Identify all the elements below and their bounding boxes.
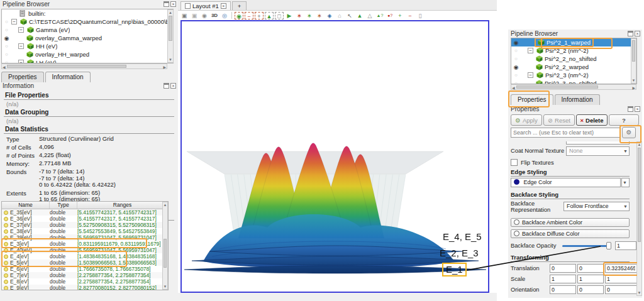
scroll-down-icon[interactable]: ▼ xyxy=(631,78,636,83)
table-row-e-8-ev[interactable]: E_8[eV]double[2.2758877354, 2.2758877354… xyxy=(2,278,168,285)
pipeline-item-gamma-ev[interactable]: ○−Gamma (eV) xyxy=(2,26,173,34)
close-icon[interactable]: × xyxy=(635,31,640,36)
pipeline-item-overlay-gamma-warped[interactable]: ◉overlay_Gamma_warped xyxy=(2,34,173,42)
hide-center-icon[interactable]: − xyxy=(245,12,253,19)
expander-icon[interactable]: − xyxy=(528,48,533,53)
select-frustum-icon[interactable]: ∗ xyxy=(315,12,324,19)
pipeline-item-builtin[interactable]: builtin: xyxy=(2,9,173,18)
rubber-band-select-icon[interactable]: ▶ xyxy=(285,12,294,19)
column-header-ranges[interactable]: Ranges xyxy=(77,202,168,209)
select-points-icon[interactable]: ∗ xyxy=(295,12,304,19)
scroll-down-icon[interactable]: ▼ xyxy=(168,57,173,62)
visibility-on-icon[interactable]: ◉ xyxy=(511,40,521,46)
trash-icon[interactable]: ▯ xyxy=(416,12,425,19)
scroll-down-icon[interactable]: ▼ xyxy=(637,290,641,295)
orientation-y-input[interactable] xyxy=(577,285,604,294)
visibility-off-icon[interactable]: ○ xyxy=(511,48,521,53)
expander-icon[interactable]: − xyxy=(528,72,533,78)
scroll-right-icon[interactable]: ▶ xyxy=(632,85,635,90)
reset-center-icon[interactable]: ▲ xyxy=(265,12,274,19)
select-block-icon[interactable]: ◈ xyxy=(325,12,334,19)
zoom-to-data-icon[interactable]: ◎ xyxy=(220,12,229,19)
close-icon[interactable]: × xyxy=(170,1,176,7)
right-tree-hscrollbar[interactable]: ◀ ▶ xyxy=(511,84,636,90)
backface-representation-select[interactable]: Follow Frontface▼ xyxy=(564,202,630,211)
query-points-icon[interactable]: ●? xyxy=(386,12,394,19)
translation-y-input[interactable] xyxy=(577,264,604,273)
tab-layout-1[interactable]: Layout #1 × xyxy=(180,1,231,10)
apply-button[interactable]: ⚙Apply xyxy=(511,114,542,126)
gear-button[interactable]: ⚙ xyxy=(622,127,636,138)
scroll-right-icon[interactable]: ▶ xyxy=(163,65,166,69)
close-icon[interactable]: × xyxy=(635,106,640,112)
scroll-up-icon[interactable]: ▲ xyxy=(163,202,167,207)
coat-normal-texture-select[interactable]: None▼ xyxy=(566,146,630,156)
undock-icon[interactable] xyxy=(628,31,633,36)
table-row-e-5-ev[interactable]: E_5[eV]double[1.50389066563, 1.503890665… xyxy=(2,260,168,266)
expander-icon[interactable]: − xyxy=(18,27,24,33)
tab-right-properties[interactable]: Properties xyxy=(511,94,553,105)
subtract-selection-icon[interactable]: − xyxy=(406,12,414,19)
close-tab-icon[interactable]: × xyxy=(221,3,226,9)
table-row-e-39-ev[interactable]: E_39[eV]double[5.56959731047, 5.56959731… xyxy=(2,234,168,241)
hover-pointer-icon[interactable]: ↖ xyxy=(345,12,354,19)
tab-left-properties[interactable]: Properties xyxy=(1,72,44,82)
delete-button[interactable]: ×Delete xyxy=(576,114,608,126)
help-button[interactable]: ? xyxy=(609,114,639,126)
edge-color-button[interactable]: Edge Color xyxy=(511,178,621,187)
table-row-e-37-ev[interactable]: E_37[eV]double[5.52750908315, 5.52750908… xyxy=(2,222,168,228)
table-row-e-36-ev[interactable]: E_36[eV]double[5.41557742317, 5.41557742… xyxy=(2,216,168,222)
pick-center-icon[interactable]: + xyxy=(255,12,264,19)
close-icon[interactable]: × xyxy=(170,83,176,89)
select-cells-icon[interactable]: ∗ xyxy=(305,12,314,19)
table-row-e-38-ev[interactable]: E_38[eV]double[5.54527553849, 5.54527553… xyxy=(2,228,168,234)
left-tree-hscrollbar[interactable]: ◀ ▶ xyxy=(1,63,167,69)
toggle-2d3d-icon[interactable]: 3D xyxy=(210,12,219,19)
orientation-x-input[interactable] xyxy=(550,285,576,294)
scroll-up-icon[interactable]: ▲ xyxy=(168,10,173,15)
translation-z-input[interactable] xyxy=(605,264,637,273)
left-tree-vscrollbar[interactable]: ▲ ▼ xyxy=(167,9,174,63)
table-row-e-35-ev[interactable]: E_35[eV]double[5.41557742317, 5.41557742… xyxy=(2,209,168,216)
undock-icon[interactable] xyxy=(164,1,169,7)
expander-icon[interactable]: − xyxy=(11,19,17,25)
backface-opacity-input[interactable] xyxy=(615,241,636,250)
pipeline-item-psi-2-3-no-shifted[interactable]: ○Psi^2_3_no_shifted xyxy=(511,79,636,84)
table-row-e-4-ev[interactable]: E_4[eV]double[1.48384835168, 1.483848351… xyxy=(2,253,168,260)
table-row-e-7-ev[interactable]: E_7[eV]double[2.2758877354, 2.2758877354… xyxy=(2,272,168,278)
pipeline-item-overlay-hh-warped[interactable]: ○overlay_HH_warped xyxy=(2,50,173,58)
pipeline-item-lh-ev[interactable]: ○−LH (eV) xyxy=(2,58,173,63)
visibility-off-icon[interactable]: ○ xyxy=(511,72,521,78)
scale-x-input[interactable] xyxy=(550,275,576,283)
visibility-on-icon[interactable]: ◉ xyxy=(511,64,521,70)
data-arrays-table[interactable]: NameTypeRangesE_35[eV]double[5.415577423… xyxy=(1,201,169,290)
backface-opacity-slider[interactable] xyxy=(562,245,611,247)
new-layout-tab[interactable]: + xyxy=(232,1,247,10)
select-surface-icon[interactable]: ▲ xyxy=(355,12,364,19)
right-pipeline-tree[interactable]: ◉Psi^2_1_warped○−Psi^2_2 (nm^-2)○Psi^2_2… xyxy=(511,38,637,84)
properties-vscrollbar[interactable]: ▲ ▼ xyxy=(636,141,642,296)
expander-icon[interactable]: − xyxy=(18,43,24,49)
visibility-off-icon[interactable]: ○ xyxy=(2,27,11,33)
pipeline-item-psi-2-2-warped[interactable]: ◉Psi^2_2_warped xyxy=(511,63,636,71)
visibility-off-icon[interactable]: ○ xyxy=(2,43,11,49)
show-center-icon[interactable]: ◉ xyxy=(235,12,243,19)
column-header-type[interactable]: Type xyxy=(50,202,77,209)
undock-icon[interactable] xyxy=(628,106,633,112)
visibility-off-icon[interactable]: ○ xyxy=(2,19,11,25)
flip-textures-checkbox[interactable] xyxy=(511,159,518,166)
visibility-on-icon[interactable]: ◉ xyxy=(2,35,11,41)
render-view[interactable]: E_4, E_5 E_2, E_3 E_1 xyxy=(180,20,489,293)
pipeline-item-psi-2-2-no-shifted[interactable]: ○Psi^2_2_no_shifted xyxy=(511,55,636,63)
table-row-e-9-ev[interactable]: E_9[eV]double[2.82770080152, 2.827700801… xyxy=(2,285,168,290)
tab-left-information[interactable]: Information xyxy=(45,72,91,82)
pipeline-item-hh-ev[interactable]: ○−HH (eV) xyxy=(2,42,173,50)
visibility-off-icon[interactable]: ○ xyxy=(2,52,11,57)
table-header[interactable]: NameTypeRanges xyxy=(2,202,168,209)
pipeline-item-c-testcase-2dquantumcorral-nnp-bias-00000-bandedges-vtr[interactable]: ○−C:\TESTCASE\2DQuantumCorral_nnp\bias_0… xyxy=(2,18,173,26)
column-header-name[interactable]: Name xyxy=(2,202,50,209)
table-row-e-40-ev[interactable]: E_40[eV]double[5.56959731047, 5.56959731… xyxy=(2,247,168,253)
visibility-off-icon[interactable]: ○ xyxy=(511,56,521,62)
slider-handle[interactable] xyxy=(606,242,611,249)
table-vscrollbar[interactable]: ▲ ▼ xyxy=(162,202,168,290)
